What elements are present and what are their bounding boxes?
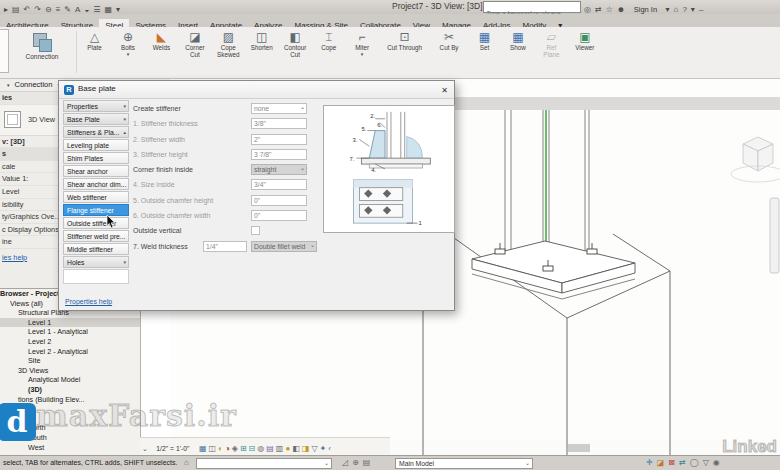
quick-access-toolbar: ▸▤↶↷⊖≡✎A◒☰▦▾ [4, 0, 124, 14]
dialog-nav-item[interactable]: Shear anchor dim... [63, 178, 129, 190]
dialog-nav-item[interactable]: Flange stiffener [63, 204, 129, 216]
view-cube[interactable] [731, 137, 780, 182]
palette-row[interactable]: isibility [0, 199, 60, 212]
field-control[interactable]: 1/4" [203, 241, 247, 252]
dim-label-6: 6. [377, 122, 382, 128]
dialog-nav-item[interactable]: Base Plate ▾ [63, 113, 129, 125]
dropdown-arrow-icon: ▾ [113, 52, 142, 57]
browser-tree-item[interactable]: Level 2 - Analytical [0, 347, 140, 357]
field-control[interactable]: none [251, 103, 307, 114]
close-icon[interactable]: ✕ [441, 83, 448, 99]
dialog-nav-item[interactable]: Shim Plates [63, 152, 129, 164]
worksets-icon[interactable]: ⌂ [184, 456, 189, 470]
ribbon-button[interactable]: ▨ Cope Skewed [214, 29, 243, 75]
field-label: 1. Stiffener thickness [133, 120, 198, 127]
field-label: 5. Outside chamfer height [133, 197, 213, 204]
connection-button[interactable]: Connection [14, 29, 70, 75]
dialog-nav-item[interactable]: Properties ▾ [63, 100, 129, 112]
field-control[interactable]: 0" [251, 195, 307, 206]
status-filter-icon[interactable]: ⊠ [668, 456, 675, 470]
dialog-field-row: 1. Stiffener thickness 3/8" [133, 118, 319, 133]
palette-row[interactable]: v: [3D] [0, 136, 60, 149]
status-icon[interactable]: ⊕ [352, 456, 359, 470]
chevron-down-icon: ⌄ [525, 459, 530, 468]
watermark-badge: d [0, 403, 36, 441]
field-control-secondary[interactable]: Double fillet weld [251, 241, 317, 252]
browser-tree-item[interactable]: Analytical Model [0, 375, 140, 385]
search-box [483, 1, 581, 13]
dialog-nav-item[interactable]: Holes ▾ [63, 256, 129, 268]
properties-help-link[interactable]: Properties help [65, 298, 112, 305]
palette-row[interactable]: c Display Options [0, 224, 60, 237]
field-control[interactable]: straight [251, 164, 307, 175]
palette-row[interactable]: ty/Graphics Ove... [0, 211, 60, 224]
status-filter-icon[interactable]: ⇄ [679, 456, 686, 470]
status-filter-icon[interactable]: ◉ [713, 456, 720, 470]
field-control[interactable]: 3/4" [251, 179, 307, 190]
design-options-dropdown[interactable]: Main Model⌄ [395, 458, 533, 469]
ribbon-button-icon: ▦ [503, 29, 532, 45]
dialog-nav-item[interactable]: Leveling plate [63, 139, 129, 151]
dialog-nav-item[interactable]: Outside stiffener [63, 217, 129, 229]
horizontal-scrollbar-thumb[interactable] [568, 444, 590, 452]
ribbon-button[interactable]: ▦ Show [503, 29, 532, 75]
dialog-title-bar[interactable]: RBase plate ✕ [59, 81, 454, 99]
dialog-nav-item[interactable]: Shear anchor [63, 165, 129, 177]
field-label: 4. Size inside [133, 181, 175, 188]
field-label: 6. Outside chamfer width [133, 212, 210, 219]
browser-tree-item[interactable]: Site [0, 356, 140, 366]
ribbon-button[interactable]: ◫ Shorten [247, 29, 276, 75]
field-control[interactable]: 2" [251, 134, 307, 145]
ribbon-button[interactable]: ◧ Contour Cut [281, 29, 310, 75]
browser-tree-item[interactable]: Level 1 - Analytical [0, 327, 140, 337]
status-icon[interactable]: ◿ [342, 456, 348, 470]
ribbon-button[interactable]: ▦ Set [470, 29, 499, 75]
field-control[interactable]: 3/8" [251, 118, 307, 129]
status-filter-icon[interactable]: ◯ [690, 456, 699, 470]
ribbon-button[interactable]: ◣ Welds [147, 29, 176, 75]
ribbon-button[interactable]: ▱ Ref Plane [537, 29, 566, 75]
palette-row[interactable]: s [0, 148, 60, 161]
dialog-nav-item[interactable]: Web stiffener [63, 191, 129, 203]
palette-row[interactable]: Value 1: [0, 173, 60, 186]
dialog-nav-item[interactable]: Stiffeners & Pla... ▴ [63, 126, 129, 138]
palette-row[interactable]: Level [0, 186, 60, 199]
ribbon-button[interactable]: ⊕ Bolts ▾ [113, 29, 142, 75]
status-filter-icon[interactable]: ◪ [657, 456, 665, 470]
ribbon-button[interactable]: ▣ Viewer [570, 29, 599, 75]
browser-tree-item[interactable]: West [0, 443, 140, 453]
palette-row[interactable]: cale [0, 161, 60, 174]
field-control[interactable]: 3 7/8" [251, 149, 307, 160]
ribbon-button[interactable]: ⌶ Cope [314, 29, 343, 75]
navigation-bar[interactable] [770, 198, 779, 273]
status-icon[interactable]: ▤ [363, 456, 371, 470]
field-control[interactable]: 0" [251, 210, 307, 221]
dialog-nav-item[interactable]: Stiffener weld pre... [63, 230, 129, 242]
ribbon-button[interactable]: ◪ Corner Cut [180, 29, 209, 75]
palette-type-preview[interactable]: 3D View [0, 105, 60, 136]
ribbon-button-icon: ⊡ [381, 29, 428, 45]
browser-tree-item[interactable]: Level 1 [0, 318, 140, 328]
ribbon-button[interactable]: ⌐ Miter ▾ [348, 29, 377, 75]
status-filter-icon[interactable]: ▽ [703, 456, 709, 470]
worksets-dropdown[interactable]: ⌄ [196, 458, 332, 469]
palette-row[interactable]: ine [0, 236, 60, 249]
scale-button[interactable]: 1/2" = 1'-0" [156, 445, 189, 452]
ribbon-button-icon: ⌶ [314, 29, 343, 45]
dropdown-arrow-icon: ▾ [348, 52, 377, 57]
properties-help-link-palette[interactable]: ies help [2, 253, 60, 262]
browser-tree-item[interactable]: (3D) [0, 385, 140, 395]
preview-plan-view: 1 [354, 180, 422, 226]
browser-tree-item[interactable]: 3D Views [0, 366, 140, 376]
ribbon-button[interactable]: ✂ Cut By [433, 29, 466, 75]
dialog-nav-item[interactable] [63, 269, 129, 284]
dialog-nav-item[interactable]: Middle stiffener [63, 243, 129, 255]
browser-tree-item[interactable]: Level 2 [0, 337, 140, 347]
status-filter-icon[interactable]: ✛ [646, 456, 653, 470]
field-control[interactable] [251, 226, 260, 235]
ribbon-button[interactable]: △ Plate [80, 29, 109, 75]
browser-scroll-icon[interactable]: ⌄ [142, 445, 148, 452]
chevron-icon: ▾ [123, 257, 126, 268]
ribbon-button[interactable]: ⊡ Cut Through [381, 29, 428, 75]
dialog-field-row: 3. Stiffener height 3 7/8" [133, 149, 319, 164]
